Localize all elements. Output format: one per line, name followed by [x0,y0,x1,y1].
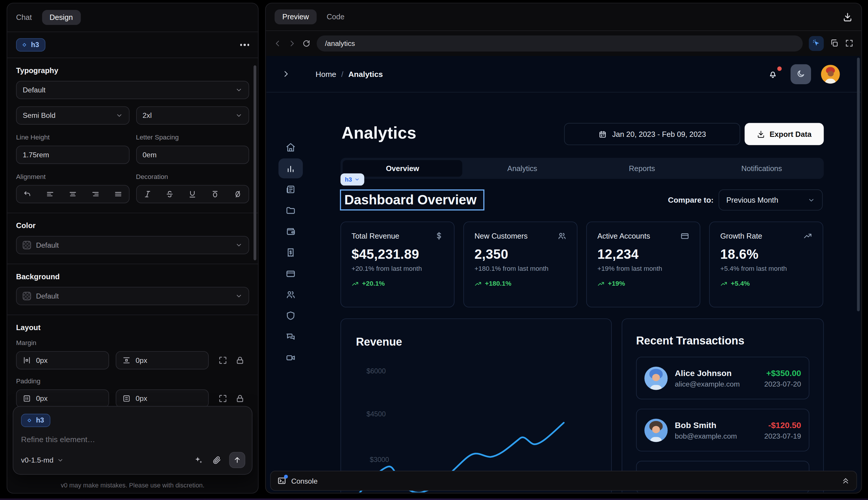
browser-chrome: /analytics [266,31,861,55]
align-right-icon[interactable] [91,190,100,198]
tab-preview[interactable]: Preview [275,9,317,24]
app-window: Chat Design h3 Typography Default Semi B… [0,0,868,500]
sidebar-item-files[interactable] [278,201,303,220]
tab-reports[interactable]: Reports [582,160,702,177]
preview-tab-bar: Preview Code [266,3,861,31]
sidebar-item-analytics[interactable] [278,158,303,178]
date-range-picker[interactable]: Jan 20, 2023 - Feb 09, 2023 [564,123,740,145]
panel-tab-bar: Chat Design [7,3,258,32]
selected-element-outline[interactable]: Dashboard Overview [340,190,484,211]
background-select[interactable]: Default [16,287,249,305]
color-section: Color Default [7,213,258,264]
user-avatar[interactable] [821,65,840,83]
tab-notifications[interactable]: Notifications [702,160,822,177]
selected-element-chip[interactable]: h3 [16,38,45,52]
calendar-icon [598,130,606,138]
forward-icon[interactable] [288,39,296,47]
transaction-row[interactable]: Bob Smith bob@example.com -$120.50 2023-… [636,409,810,452]
fullscreen-icon[interactable] [845,39,854,48]
font-weight-select[interactable]: Semi Bold [16,106,129,125]
download-icon[interactable] [843,12,853,22]
preview-scrollbar[interactable] [857,58,859,311]
sidebar-item-news[interactable] [278,180,303,200]
download-icon [757,130,765,138]
sidebar-item-security[interactable] [278,306,303,326]
home-icon [286,143,296,152]
margin-x-input[interactable]: 0px [16,351,109,370]
transparent-swatch-icon [23,241,31,249]
url-input[interactable]: /analytics [317,35,803,51]
sidebar-item-invoices[interactable] [278,243,303,263]
color-select[interactable]: Default [16,236,249,254]
more-ellipsis-icon[interactable] [240,44,249,46]
stat-subtext: +20.1% from last month [351,265,443,273]
stat-title: Total Revenue [351,232,399,240]
chevrons-up-icon[interactable] [842,477,849,485]
stat-card-active-accounts: Active Accounts 12,234 +19% from last mo… [586,221,700,308]
tab-chat[interactable]: Chat [16,13,32,21]
send-button[interactable] [229,452,245,468]
expand-icon[interactable] [218,355,227,365]
stat-subtext: +180.1% from last month [474,265,566,273]
tab-code[interactable]: Code [327,13,345,21]
compare-select[interactable]: Previous Month [719,190,823,211]
refresh-icon[interactable] [302,39,310,47]
padding-x-input[interactable]: 0px [16,389,109,408]
sidebar-item-video[interactable] [278,348,303,368]
align-center-icon[interactable] [68,190,77,198]
undo-icon[interactable] [23,190,32,198]
padding-x-value: 0px [36,395,48,402]
console-bar[interactable]: Console [270,471,857,491]
breadcrumb-home[interactable]: Home [316,70,336,78]
sidebar-item-messages[interactable] [278,327,303,347]
stat-card-growth-rate: Growth Rate 18.6% +5.4% from last month … [709,221,823,308]
notifications-button[interactable] [768,69,778,79]
padding-y-input[interactable]: 0px [116,389,209,408]
model-selector[interactable]: v0-1.5-md [21,456,63,464]
section-title: Dashboard Overview [344,192,476,208]
pointer-tool-button[interactable] [809,36,824,50]
letter-spacing-input[interactable]: 0em [136,146,249,164]
sidebar-toggle-icon[interactable] [282,70,290,78]
sparkles-icon[interactable] [194,455,203,465]
sidebar-item-wallet[interactable] [278,221,303,241]
margin-y-input[interactable]: 0px [116,351,209,370]
paperclip-icon[interactable] [212,455,221,465]
padding-y-value: 0px [136,395,147,402]
underline-icon[interactable] [188,190,197,198]
strikethrough-icon[interactable] [166,190,174,198]
sidebar-item-customers[interactable] [278,285,303,305]
export-data-button[interactable]: Export Data [745,123,824,145]
line-height-input[interactable]: 1.75rem [16,146,129,164]
letter-spacing-value: 0em [143,151,157,159]
align-justify-icon[interactable] [114,190,122,198]
inspector-element-chip[interactable]: h3 [340,173,364,186]
copy-icon[interactable] [830,39,838,48]
lock-icon[interactable] [235,394,245,403]
theme-toggle-button[interactable] [790,64,811,84]
expand-icon[interactable] [218,394,227,403]
transaction-row[interactable]: Alice Johnson alice@example.com +$350.00… [636,357,810,399]
tab-analytics[interactable]: Analytics [462,160,582,177]
font-size-select[interactable]: 2xl [136,106,249,125]
tab-design[interactable]: Design [42,10,81,25]
no-decoration-icon[interactable] [233,190,242,198]
trending-up-icon [720,280,727,287]
prompt-element-chip[interactable]: h3 [21,414,50,427]
chevron-down-icon [235,241,243,249]
panel-scrollbar[interactable] [254,66,256,261]
preview-panel: Preview Code /analytics Home / A [265,3,862,493]
italic-icon[interactable] [143,190,151,198]
typography-heading: Typography [16,66,249,75]
padding-x-icon [23,395,31,402]
font-family-select[interactable]: Default [16,81,249,99]
sidebar-item-home[interactable] [278,137,303,157]
align-left-icon[interactable] [46,190,54,198]
sidebar-item-payments[interactable] [278,264,303,284]
back-icon[interactable] [274,39,282,47]
font-size-value: 2xl [143,111,152,120]
overline-icon[interactable] [211,190,219,198]
lock-icon[interactable] [235,355,245,365]
prompt-input[interactable]: Refine this element… [21,435,244,444]
revenue-chart-card: Revenue $6000 $4500 $3000 [340,318,612,492]
